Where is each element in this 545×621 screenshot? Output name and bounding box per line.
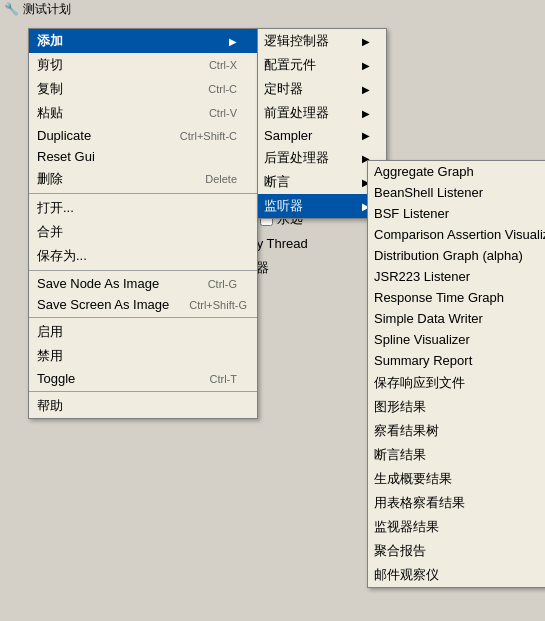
arrow-icon-config: ▶ <box>362 60 370 71</box>
menu-item-assertion-result-label: 断言结果 <box>374 446 426 464</box>
menu-item-sampler-label: Sampler <box>264 128 312 143</box>
menu-item-cut-shortcut: Ctrl-X <box>209 59 237 71</box>
menu-item-assertion-result[interactable]: 断言结果 <box>368 443 545 467</box>
menu-item-save-node[interactable]: Save Node As Image Ctrl-G <box>29 273 257 294</box>
menu-item-comparison-assertion[interactable]: Comparison Assertion Visualizer <box>368 224 545 245</box>
menu-item-open-label: 打开... <box>37 199 74 217</box>
menu-item-logic-controller-label: 逻辑控制器 <box>264 32 329 50</box>
arrow-icon: ▶ <box>229 36 237 47</box>
menu-item-copy-label: 复制 <box>37 80 63 98</box>
menu-item-enable-label: 启用 <box>37 323 63 341</box>
menu-item-simple-data-writer-label: Simple Data Writer <box>374 311 483 326</box>
menu-item-help-label: 帮助 <box>37 397 63 415</box>
menu-item-copy[interactable]: 复制 Ctrl-C <box>29 77 257 101</box>
menu-item-save-screen-label: Save Screen As Image <box>37 297 169 312</box>
menu-item-summary-report-label: Summary Report <box>374 353 472 368</box>
menu-item-save-screen[interactable]: Save Screen As Image Ctrl+Shift-G <box>29 294 257 315</box>
menu-item-distribution-graph-label: Distribution Graph (alpha) <box>374 248 523 263</box>
menu-item-disable-label: 禁用 <box>37 347 63 365</box>
menu-item-comparison-assertion-label: Comparison Assertion Visualizer <box>374 227 545 242</box>
menu-item-post-processor-label: 后置处理器 <box>264 149 329 167</box>
menu-item-summary-report[interactable]: Summary Report <box>368 350 545 371</box>
menu-item-add[interactable]: 添加 ▶ <box>29 29 257 53</box>
menu-item-paste[interactable]: 粘贴 Ctrl-V <box>29 101 257 125</box>
menu-item-paste-label: 粘贴 <box>37 104 63 122</box>
menu-item-config-element-label: 配置元件 <box>264 56 316 74</box>
menu-item-delete-shortcut: Delete <box>205 173 237 185</box>
menu-item-open[interactable]: 打开... <box>29 196 257 220</box>
separator-4 <box>29 391 257 392</box>
menu-item-response-time-graph-label: Response Time Graph <box>374 290 504 305</box>
menu-item-save-node-label: Save Node As Image <box>37 276 159 291</box>
menu-item-save-screen-shortcut: Ctrl+Shift-G <box>189 299 247 311</box>
menu-item-aggregate-report[interactable]: 聚合报告 <box>368 539 545 563</box>
app-icon: 🔧 <box>4 2 19 16</box>
menu-item-pre-processor[interactable]: 前置处理器 ▶ <box>258 101 386 125</box>
menu-item-duplicate-shortcut: Ctrl+Shift-C <box>180 130 237 142</box>
menu-item-graph-result[interactable]: 图形结果 <box>368 395 545 419</box>
menu-item-cut[interactable]: 剪切 Ctrl-X <box>29 53 257 77</box>
menu-item-view-result-tree[interactable]: 察看结果树 <box>368 419 545 443</box>
menu-item-spline-visualizer-label: Spline Visualizer <box>374 332 470 347</box>
menu-item-reset-gui-label: Reset Gui <box>37 149 95 164</box>
menu-item-duplicate[interactable]: Duplicate Ctrl+Shift-C <box>29 125 257 146</box>
menu-item-listener-label: 监听器 <box>264 197 303 215</box>
menu-item-table-result[interactable]: 用表格察看结果 <box>368 491 545 515</box>
menu-item-aggregate-graph[interactable]: Aggregate Graph <box>368 161 545 182</box>
menu-item-merge[interactable]: 合并 <box>29 220 257 244</box>
menu-item-monitor-result-label: 监视器结果 <box>374 518 439 536</box>
menu-item-simple-data-writer[interactable]: Simple Data Writer <box>368 308 545 329</box>
arrow-icon-sampler: ▶ <box>362 130 370 141</box>
menu-item-jsr223-listener[interactable]: JSR223 Listener <box>368 266 545 287</box>
separator-1 <box>29 193 257 194</box>
menu-item-spline-visualizer[interactable]: Spline Visualizer <box>368 329 545 350</box>
app-background: 🔧 测试计划 继执行的动作 继续 Start Next 次数 永远 Delay … <box>0 0 545 621</box>
arrow-icon-pre: ▶ <box>362 108 370 119</box>
menu-item-monitor-result[interactable]: 监视器结果 <box>368 515 545 539</box>
menu-item-logic-controller[interactable]: 逻辑控制器 ▶ <box>258 29 386 53</box>
context-menu-level3: Aggregate Graph BeanShell Listener BSF L… <box>367 160 545 588</box>
menu-item-summary-result[interactable]: 生成概要结果 <box>368 467 545 491</box>
menu-item-save-as[interactable]: 保存为... <box>29 244 257 268</box>
menu-item-save-response-label: 保存响应到文件 <box>374 374 465 392</box>
menu-item-bsf-listener-label: BSF Listener <box>374 206 449 221</box>
menu-item-save-response[interactable]: 保存响应到文件 <box>368 371 545 395</box>
menu-item-jsr223-listener-label: JSR223 Listener <box>374 269 470 284</box>
menu-item-save-node-shortcut: Ctrl-G <box>208 278 237 290</box>
menu-item-config-element[interactable]: 配置元件 ▶ <box>258 53 386 77</box>
menu-item-disable[interactable]: 禁用 <box>29 344 257 368</box>
menu-item-bsf-listener[interactable]: BSF Listener <box>368 203 545 224</box>
menu-item-toggle[interactable]: Toggle Ctrl-T <box>29 368 257 389</box>
menu-item-reset-gui[interactable]: Reset Gui <box>29 146 257 167</box>
menu-item-toggle-label: Toggle <box>37 371 75 386</box>
menu-item-cut-label: 剪切 <box>37 56 63 74</box>
menu-item-response-time-graph[interactable]: Response Time Graph <box>368 287 545 308</box>
menu-item-delete-label: 删除 <box>37 170 63 188</box>
menu-item-graph-result-label: 图形结果 <box>374 398 426 416</box>
menu-item-assertion-label: 断言 <box>264 173 290 191</box>
menu-item-summary-result-label: 生成概要结果 <box>374 470 452 488</box>
menu-item-timer-label: 定时器 <box>264 80 303 98</box>
menu-item-pre-processor-label: 前置处理器 <box>264 104 329 122</box>
menu-item-view-result-tree-label: 察看结果树 <box>374 422 439 440</box>
menu-item-beanshell-listener[interactable]: BeanShell Listener <box>368 182 545 203</box>
menu-item-aggregate-graph-label: Aggregate Graph <box>374 164 474 179</box>
menu-item-mail-visualizer[interactable]: 邮件观察仪 <box>368 563 545 587</box>
menu-item-merge-label: 合并 <box>37 223 63 241</box>
menu-item-duplicate-label: Duplicate <box>37 128 91 143</box>
arrow-icon-logic: ▶ <box>362 36 370 47</box>
menu-item-beanshell-listener-label: BeanShell Listener <box>374 185 483 200</box>
menu-item-toggle-shortcut: Ctrl-T <box>210 373 238 385</box>
menu-item-table-result-label: 用表格察看结果 <box>374 494 465 512</box>
menu-item-sampler[interactable]: Sampler ▶ <box>258 125 386 146</box>
menu-item-add-label: 添加 <box>37 32 63 50</box>
menu-item-delete[interactable]: 删除 Delete <box>29 167 257 191</box>
separator-2 <box>29 270 257 271</box>
menu-item-aggregate-report-label: 聚合报告 <box>374 542 426 560</box>
menu-item-distribution-graph[interactable]: Distribution Graph (alpha) <box>368 245 545 266</box>
menu-item-help[interactable]: 帮助 <box>29 394 257 418</box>
menu-item-save-as-label: 保存为... <box>37 247 87 265</box>
context-menu-level1: 添加 ▶ 剪切 Ctrl-X 复制 Ctrl-C 粘贴 Ctrl-V Dupli… <box>28 28 258 419</box>
menu-item-enable[interactable]: 启用 <box>29 320 257 344</box>
menu-item-timer[interactable]: 定时器 ▶ <box>258 77 386 101</box>
